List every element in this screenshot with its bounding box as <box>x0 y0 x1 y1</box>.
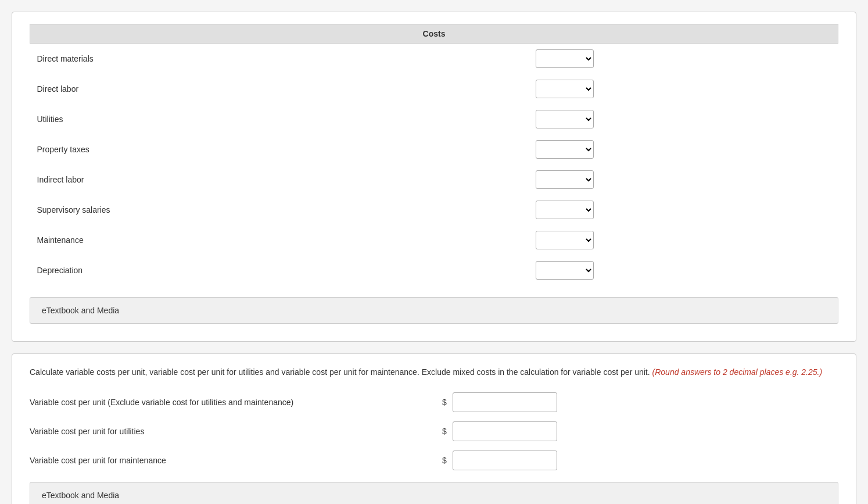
page-wrapper: Costs Direct materialsVariableFixedMixed… <box>0 0 868 504</box>
cost-select-utilities[interactable]: VariableFixedMixed <box>536 110 594 128</box>
cost-label-maintenance: Maintenance <box>30 225 529 255</box>
etextbook-link-2[interactable]: eTextbook and Media <box>30 482 838 504</box>
variable-cost-input-var-cost-unit[interactable] <box>453 392 557 412</box>
cost-label-direct-materials: Direct materials <box>30 44 529 74</box>
variable-cost-label-var-cost-utilities: Variable cost per unit for utilities <box>30 427 436 436</box>
costs-header: Costs <box>30 24 838 44</box>
cost-label-depreciation: Depreciation <box>30 255 529 285</box>
cost-select-indirect-labor[interactable]: VariableFixedMixed <box>536 170 594 189</box>
cost-label-property-taxes: Property taxes <box>30 134 529 165</box>
variable-cost-row-var-cost-utilities: Variable cost per unit for utilities$ <box>30 421 838 441</box>
instruction-text: Calculate variable costs per unit, varia… <box>30 366 838 378</box>
variable-cost-input-var-cost-utilities[interactable] <box>453 421 557 441</box>
dollar-sign-var-cost-maintenance: $ <box>442 456 447 465</box>
variable-cost-input-var-cost-maintenance[interactable] <box>453 451 557 470</box>
variable-cost-rows: Variable cost per unit (Exclude variable… <box>30 392 838 470</box>
cost-label-utilities: Utilities <box>30 104 529 134</box>
cost-select-property-taxes[interactable]: VariableFixedMixed <box>536 140 594 159</box>
dollar-sign-var-cost-unit: $ <box>442 398 447 407</box>
cost-select-depreciation[interactable]: VariableFixedMixed <box>536 261 594 280</box>
cost-select-maintenance[interactable]: VariableFixedMixed <box>536 231 594 249</box>
variable-cost-label-var-cost-maintenance: Variable cost per unit for maintenance <box>30 456 436 465</box>
variable-cost-label-var-cost-unit: Variable cost per unit (Exclude variable… <box>30 398 436 407</box>
cost-label-supervisory-salaries: Supervisory salaries <box>30 195 529 225</box>
costs-table: Costs Direct materialsVariableFixedMixed… <box>30 24 838 285</box>
costs-card: Costs Direct materialsVariableFixedMixed… <box>12 12 856 342</box>
cost-select-supervisory-salaries[interactable]: VariableFixedMixed <box>536 201 594 219</box>
variable-costs-card: Calculate variable costs per unit, varia… <box>12 353 856 504</box>
cost-select-direct-materials[interactable]: VariableFixedMixed <box>536 49 594 68</box>
variable-cost-row-var-cost-unit: Variable cost per unit (Exclude variable… <box>30 392 838 412</box>
dollar-sign-var-cost-utilities: $ <box>442 427 447 436</box>
etextbook-link-1[interactable]: eTextbook and Media <box>30 297 838 324</box>
cost-select-direct-labor[interactable]: VariableFixedMixed <box>536 80 594 98</box>
cost-label-indirect-labor: Indirect labor <box>30 165 529 195</box>
cost-label-direct-labor: Direct labor <box>30 74 529 104</box>
variable-cost-row-var-cost-maintenance: Variable cost per unit for maintenance$ <box>30 451 838 470</box>
